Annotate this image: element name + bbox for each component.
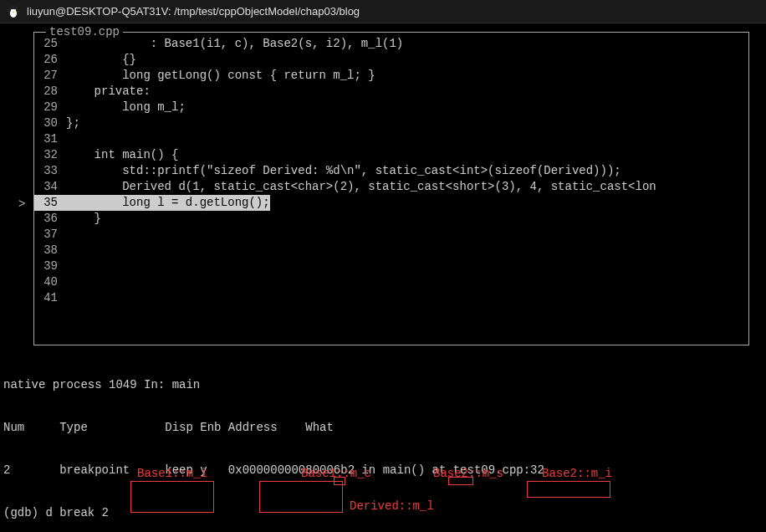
code-text: Derived d(1, static_cast<char>(2), stati… <box>59 179 656 195</box>
line-number: 29 <box>34 100 59 115</box>
code-text: std::printf("sizeof Derived: %d\n", stat… <box>59 163 621 179</box>
code-text: int main() { <box>59 147 178 163</box>
code-line: 38 <box>34 243 748 258</box>
code-line: 34 Derived d(1, static_cast<char>(2), st… <box>34 179 748 195</box>
code-line: 26 {} <box>34 52 748 68</box>
annotation-base2-mi: Base2::m_i <box>542 467 612 480</box>
filename-legend: test09.cpp <box>46 25 123 38</box>
code-text: } <box>59 211 101 227</box>
line-number: 27 <box>34 68 59 84</box>
svg-point-3 <box>14 9 16 11</box>
line-number: 40 <box>34 274 59 290</box>
window-title: liuyun@DESKTOP-Q5AT31V: /tmp/test/cppObj… <box>27 5 360 18</box>
line-number: 35 <box>34 195 59 211</box>
code-line: 35 long l = d.getLong(); <box>34 195 748 211</box>
code-text <box>59 258 66 274</box>
gdb-panel[interactable]: native process 1049 In: main Num Type Di… <box>0 345 766 532</box>
code-text: long m_l; <box>59 100 186 115</box>
code-text: private: <box>59 84 151 100</box>
code-text <box>59 243 66 258</box>
line-number: 31 <box>34 131 59 147</box>
line-number: 38 <box>34 243 59 258</box>
code-line: 30}; <box>34 115 748 131</box>
code-line: 31 <box>34 131 748 147</box>
code-line: 37 <box>34 227 748 243</box>
annotation-base1-mi: Base1::m_i <box>137 467 207 480</box>
code-text <box>59 274 66 290</box>
code-text <box>59 227 66 243</box>
code-text: long l = d.getLong(); <box>59 195 270 211</box>
line-number: 26 <box>34 52 59 68</box>
code-line: 25 : Base1(i1, c), Base2(s, i2), m_l(1) <box>34 36 748 52</box>
code-text <box>59 290 66 306</box>
svg-point-2 <box>11 9 13 11</box>
code-line: 27 long getLong() const { return m_l; } <box>34 68 748 84</box>
titlebar: liuyun@DESKTOP-Q5AT31V: /tmp/test/cppObj… <box>0 0 766 23</box>
line-number: 37 <box>34 227 59 243</box>
gdb-header: Num Type Disp Enb Address What <box>3 420 763 436</box>
code-line: 39 <box>34 258 748 274</box>
code-text: long getLong() const { return m_l; } <box>59 68 375 84</box>
code-content[interactable]: 25 : Base1(i1, c), Base2(s, i2), m_l(1)2… <box>34 33 748 309</box>
annotation-derived-ml: Derived::m_l <box>350 499 434 513</box>
line-number: 32 <box>34 147 59 163</box>
code-line: 33 std::printf("sizeof Derived: %d\n", s… <box>34 163 748 179</box>
code-line: 36 } <box>34 211 748 227</box>
code-panel: test09.cpp 25 : Base1(i1, c), Base2(s, i… <box>33 32 749 345</box>
penguin-icon <box>7 5 20 18</box>
line-number: 39 <box>34 258 59 274</box>
code-line: 32 int main() { <box>34 147 748 163</box>
code-text: }; <box>59 115 80 131</box>
code-line: 29 long m_l; <box>34 100 748 115</box>
line-number: 36 <box>34 211 59 227</box>
code-text <box>59 131 66 147</box>
line-number: 33 <box>34 163 59 179</box>
code-text: {} <box>59 52 136 68</box>
code-line: 40 <box>34 274 748 290</box>
gdb-status: native process 1049 In: main <box>3 377 763 393</box>
redbox-v4 <box>527 481 610 498</box>
code-line: 41 <box>34 290 748 306</box>
annotation-base1-mc: Base1::m_c <box>301 467 371 480</box>
line-number: 30 <box>34 115 59 131</box>
annotation-base2-ms: Base2::m_s <box>433 467 503 480</box>
current-line-indicator: > <box>18 197 25 211</box>
gdb-breakpoint: 2 breakpoint keep y 0x00000000080006b2 i… <box>3 463 763 478</box>
line-number: 34 <box>34 179 59 195</box>
line-number: 41 <box>34 290 59 306</box>
code-line: 28 private: <box>34 84 748 100</box>
line-number: 28 <box>34 84 59 100</box>
